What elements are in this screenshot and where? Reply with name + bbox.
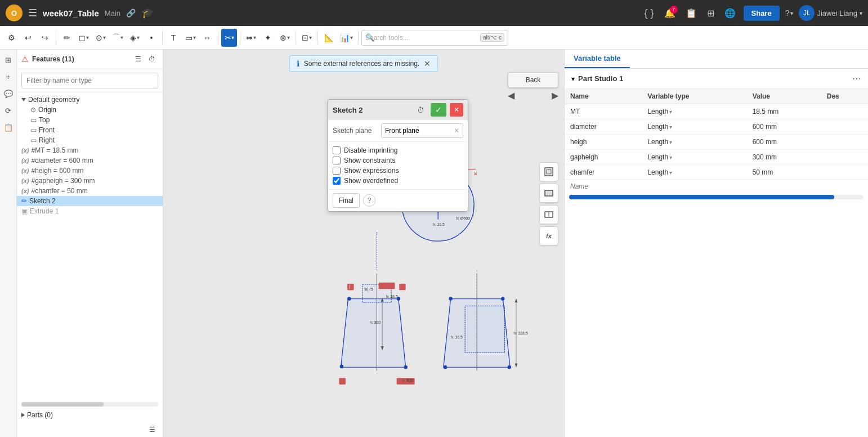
feature-list-icon[interactable]: ☰ xyxy=(132,53,144,65)
origin-item[interactable]: ⊙ Origin xyxy=(26,105,163,115)
top-plane-item[interactable]: ▭ Top xyxy=(26,115,163,125)
origin-label: Origin xyxy=(38,106,56,114)
dimension-button[interactable]: ↔ xyxy=(199,29,215,47)
redo-button[interactable]: ↪ xyxy=(37,29,53,47)
learn-icon[interactable]: 🎓 xyxy=(141,7,154,19)
settings-button[interactable]: ⚙ xyxy=(3,29,19,47)
constraint-button[interactable]: ⊙▾ xyxy=(93,29,109,47)
export-button[interactable]: ⊡▾ xyxy=(299,29,315,47)
notifications-icon[interactable]: 🔔 7 xyxy=(662,6,678,21)
point-button[interactable]: • xyxy=(144,29,159,47)
variable-table-tab[interactable]: Variable table xyxy=(565,50,630,68)
svg-rect-29 xyxy=(399,284,406,291)
history-icon[interactable]: ⟳ xyxy=(2,104,15,117)
undo-button[interactable]: ↩ xyxy=(20,29,36,47)
feature-history-icon[interactable]: ⏱ xyxy=(146,53,158,65)
canvas-area[interactable]: Sketch 2 ⏱ ✓ ✕ Sketch plane Front plane … xyxy=(163,50,564,437)
sketch-plane-clear[interactable]: ✕ xyxy=(454,127,459,135)
svg-text:✕: ✕ xyxy=(473,171,478,177)
link-icon[interactable]: 🔗 xyxy=(126,8,136,17)
features-header: ⚠ Features (11) ☰ ⏱ xyxy=(17,50,163,69)
sketch-cancel-button[interactable]: ✕ xyxy=(450,103,463,117)
table-row[interactable]: MT Length ▾ 18.5 mm xyxy=(565,104,868,119)
search-tools-input[interactable] xyxy=(377,30,478,46)
search-box xyxy=(17,69,163,92)
var-mt[interactable]: (x) #MT = 18.5 mm xyxy=(17,145,163,155)
var-type-cell[interactable]: Length ▾ xyxy=(642,150,746,165)
var-gapheigh[interactable]: (x) #gapheigh = 300 mm xyxy=(17,176,163,186)
sketch-actions: Final ? xyxy=(328,189,468,211)
table-row[interactable]: gapheigh Length ▾ 300 mm xyxy=(565,150,868,165)
show-constraints-checkbox[interactable] xyxy=(333,157,341,164)
sketch-history-button[interactable]: ⏱ xyxy=(414,103,427,117)
user-menu[interactable]: JL Jiawei Liang ▾ xyxy=(799,5,862,21)
variable-table-scrollbar[interactable] xyxy=(569,195,863,199)
front-plane-item[interactable]: ▭ Front xyxy=(26,125,163,135)
var-type-cell[interactable]: Length ▾ xyxy=(642,135,746,150)
sidebar-icons: ⊞ + 💬 ⟳ 📋 xyxy=(0,50,17,437)
sketch-help-button[interactable]: ? xyxy=(363,194,375,207)
comments-icon[interactable]: 💬 xyxy=(2,87,15,100)
sketch-ok-button[interactable]: ✓ xyxy=(431,103,446,117)
table-row[interactable]: heigh Length ▾ 600 mm xyxy=(565,135,868,150)
var-chamfer[interactable]: (x) #chamfer = 50 mm xyxy=(17,186,163,196)
show-expressions-row[interactable]: Show expressions xyxy=(333,167,463,175)
text-button[interactable]: T xyxy=(165,29,181,47)
image-button[interactable]: ▭▾ xyxy=(182,29,198,47)
disable-imprinting-checkbox[interactable] xyxy=(333,146,341,154)
info-close-button[interactable]: ✕ xyxy=(424,59,431,68)
show-overdefined-checkbox[interactable] xyxy=(333,177,341,185)
features-icon[interactable]: ⊞ xyxy=(2,53,15,66)
mirror-button[interactable]: ⇔▾ xyxy=(243,29,259,47)
fillet-button[interactable]: ⌒▾ xyxy=(110,29,126,47)
svg-point-33 xyxy=(340,365,343,368)
releases-icon[interactable]: 📋 xyxy=(683,6,699,21)
variables-icon[interactable]: 📋 xyxy=(2,121,15,134)
var-type-cell[interactable]: Length ▾ xyxy=(642,104,746,119)
code-icon[interactable]: { } xyxy=(642,5,656,21)
transform-button[interactable]: ⊕▾ xyxy=(277,29,293,47)
divider-6 xyxy=(317,31,318,44)
analysis-button[interactable]: 📊▾ xyxy=(338,29,355,47)
construction-button[interactable]: ◻▾ xyxy=(76,29,92,47)
default-geometry-group[interactable]: Default geometry xyxy=(17,95,163,105)
parts-header[interactable]: Parts (0) xyxy=(17,408,163,422)
new-variable-row[interactable] xyxy=(565,180,868,193)
sketch-final-button[interactable]: Final xyxy=(333,193,360,208)
snap-button[interactable]: ✦ xyxy=(260,29,276,47)
sketch-button[interactable]: ✏ xyxy=(59,29,75,47)
var-heigh[interactable]: (x) #heigh = 600 mm xyxy=(17,166,163,176)
share-button[interactable]: Share xyxy=(744,6,780,21)
measure-button[interactable]: 📐 xyxy=(321,29,337,47)
sidebar-scrollbar[interactable] xyxy=(21,402,158,407)
grid-icon[interactable]: ⊞ xyxy=(705,6,717,21)
help-button[interactable]: ? ▾ xyxy=(785,8,794,17)
table-row[interactable]: diameter Length ▾ 600 mm xyxy=(565,119,868,135)
scissors-button[interactable]: ✂▾ xyxy=(221,29,237,47)
svg-rect-30 xyxy=(339,378,346,385)
community-icon[interactable]: 🌐 xyxy=(722,6,738,21)
var-type-cell[interactable]: Length ▾ xyxy=(642,119,746,135)
add-feature-icon[interactable]: + xyxy=(2,70,15,83)
sketch-plane-select[interactable]: Front plane ✕ xyxy=(381,123,463,138)
disable-imprinting-row[interactable]: Disable imprinting xyxy=(333,146,463,154)
right-plane-item[interactable]: ▭ Right xyxy=(26,135,163,145)
collapse-icon[interactable]: ▾ xyxy=(571,75,575,83)
hamburger-menu[interactable]: ☰ xyxy=(28,7,37,19)
new-variable-name-input[interactable] xyxy=(570,182,862,190)
show-constraints-row[interactable]: Show constraints xyxy=(333,157,463,164)
divider-2 xyxy=(162,31,163,44)
var-type-cell[interactable]: Length ▾ xyxy=(642,165,746,180)
filter-input[interactable] xyxy=(21,73,158,88)
part-studio-menu-button[interactable]: ⋯ xyxy=(852,73,861,84)
extrude1-item[interactable]: ▣ Extrude 1 xyxy=(17,206,163,216)
list-view-button[interactable]: ☰ xyxy=(146,423,158,436)
table-row[interactable]: chamfer Length ▾ 50 mm xyxy=(565,165,868,180)
divider-7 xyxy=(358,31,359,44)
show-expressions-checkbox[interactable] xyxy=(333,167,341,175)
show-overdefined-row[interactable]: Show overdefined xyxy=(333,177,463,185)
sketch2-item[interactable]: ✏ Sketch 2 xyxy=(17,196,163,206)
var-desc-cell xyxy=(821,135,868,150)
var-diameter[interactable]: (x) #diameter = 600 mm xyxy=(17,155,163,166)
pattern-button[interactable]: ◈▾ xyxy=(127,29,142,47)
